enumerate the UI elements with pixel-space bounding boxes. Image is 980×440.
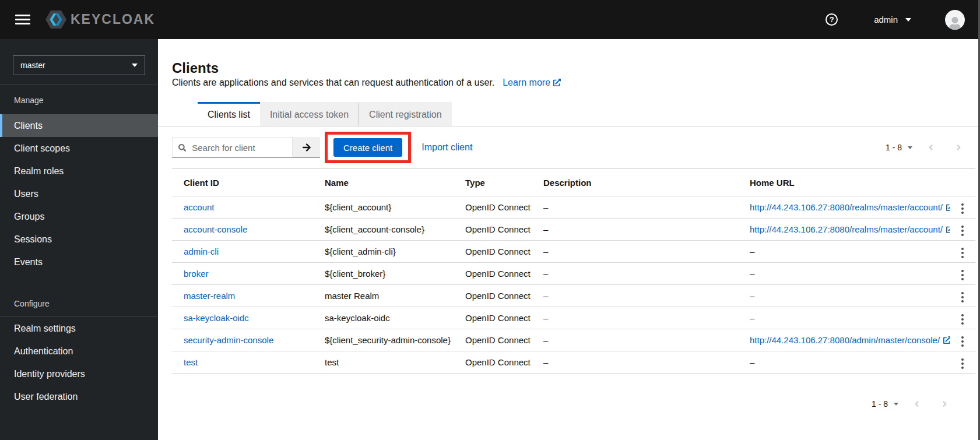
home-url-empty: – — [750, 357, 754, 367]
kebab-menu-button[interactable] — [958, 288, 967, 306]
sidebar-item-sessions[interactable]: Sessions — [0, 228, 158, 251]
home-url-link[interactable]: http://44.243.106.27:8080/realms/master/… — [750, 224, 950, 234]
kebab-menu-button[interactable] — [958, 222, 967, 240]
client-id-link[interactable]: account — [184, 202, 215, 212]
chevron-down-icon — [905, 18, 911, 22]
tabs: Clients list Initial access token Client… — [158, 102, 980, 126]
pagination-range-dropdown[interactable]: 1 - 8 — [872, 399, 898, 409]
kebab-menu-button[interactable] — [958, 311, 967, 328]
client-type-cell: OpenID Connect — [454, 219, 532, 241]
client-type-cell: OpenID Connect — [454, 351, 532, 374]
masthead: KEYCLOAK ? admin — [0, 0, 980, 39]
create-client-button[interactable]: Create client — [333, 138, 402, 157]
sidebar-item-realm-settings[interactable]: Realm settings — [0, 317, 158, 340]
import-client-link[interactable]: Import client — [421, 142, 472, 153]
nav-group-manage: Manage Clients Client scopes Realm roles… — [0, 85, 158, 273]
search-submit-button[interactable] — [293, 137, 320, 158]
annotation-highlight-box: Create client — [325, 132, 411, 163]
pagination-prev-button[interactable] — [907, 399, 926, 409]
column-header-client-id: Client ID — [172, 169, 313, 196]
client-id-link[interactable]: broker — [184, 269, 209, 279]
home-url-empty: – — [750, 291, 754, 301]
kebab-menu-button[interactable] — [958, 200, 967, 217]
client-name-cell: test — [313, 351, 454, 374]
kebab-menu-button[interactable] — [958, 244, 967, 262]
table-row: master-realm master Realm OpenID Connect… — [172, 285, 975, 307]
client-id-link[interactable]: test — [184, 357, 198, 367]
table-row: security-admin-console ${client_security… — [172, 329, 975, 351]
sidebar-item-user-federation[interactable]: User federation — [0, 385, 158, 408]
sidebar-item-clients[interactable]: Clients — [0, 114, 158, 137]
learn-more-link[interactable]: Learn more — [503, 76, 561, 89]
client-name-cell: master Realm — [313, 285, 454, 307]
external-link-icon — [946, 203, 950, 211]
pagination-next-button[interactable] — [949, 143, 968, 152]
tab-clients-list[interactable]: Clients list — [198, 102, 260, 126]
person-icon — [949, 17, 961, 30]
chevron-down-icon — [132, 64, 138, 67]
client-name-cell: ${client_account-console} — [313, 219, 454, 241]
client-type-cell: OpenID Connect — [454, 263, 532, 285]
avatar[interactable] — [945, 10, 965, 30]
user-menu[interactable]: admin — [874, 15, 911, 24]
column-header-type: Type — [454, 169, 532, 196]
tab-client-registration[interactable]: Client registration — [359, 102, 452, 126]
client-name-cell: ${client_broker} — [313, 263, 454, 285]
tab-initial-access-token[interactable]: Initial access token — [260, 102, 359, 126]
kebab-menu-button[interactable] — [958, 355, 967, 372]
external-link-icon — [946, 226, 950, 233]
client-id-link[interactable]: sa-keycloak-oidc — [184, 313, 249, 323]
client-name-cell: ${client_account} — [313, 196, 454, 219]
sidebar-item-client-scopes[interactable]: Client scopes — [0, 137, 158, 160]
client-description-cell: – — [532, 307, 738, 329]
chevron-left-icon — [928, 143, 933, 152]
hamburger-menu-icon[interactable] — [15, 15, 30, 24]
pagination-top: 1 - 8 — [886, 143, 975, 152]
client-type-cell: OpenID Connect — [454, 196, 532, 219]
keycloak-logo: KEYCLOAK — [45, 10, 155, 29]
client-id-link[interactable]: account-console — [184, 224, 247, 234]
sidebar-item-identity-providers[interactable]: Identity providers — [0, 362, 158, 385]
home-url-link[interactable]: http://44.243.106.27:8080/admin/master/c… — [750, 335, 950, 345]
home-url-link[interactable]: http://44.243.106.27:8080/realms/master/… — [750, 202, 950, 212]
sidebar-item-authentication[interactable]: Authentication — [0, 340, 158, 362]
client-name-cell: ${client_security-admin-console} — [313, 329, 454, 351]
masthead-actions: ? admin — [826, 10, 965, 30]
client-id-link[interactable]: admin-cli — [184, 247, 219, 256]
client-description-cell: – — [532, 329, 738, 351]
kebab-menu-button[interactable] — [958, 333, 967, 350]
external-link-icon — [553, 79, 561, 86]
arrow-right-icon — [302, 143, 311, 152]
kebab-menu-button[interactable] — [958, 266, 967, 284]
pagination-next-button[interactable] — [935, 399, 954, 409]
client-id-link[interactable]: master-realm — [184, 291, 235, 301]
sidebar-item-realm-roles[interactable]: Realm roles — [0, 160, 158, 182]
client-name-cell: ${client_admin-cli} — [313, 241, 454, 263]
home-url-empty: – — [750, 269, 754, 279]
table-row: sa-keycloak-oidc sa-keycloak-oidc OpenID… — [172, 307, 975, 329]
table-header-row: Client ID Name Type Description Home URL — [172, 169, 975, 196]
pagination-range-dropdown[interactable]: 1 - 8 — [886, 143, 912, 152]
table-row: admin-cli ${client_admin-cli} OpenID Con… — [172, 241, 975, 263]
realm-selector-value: master — [20, 61, 45, 70]
keycloak-hexagon-icon — [45, 10, 66, 29]
pagination-range: 1 - 8 — [886, 143, 902, 152]
sidebar: master Manage Clients Client scopes Real… — [0, 39, 158, 440]
client-type-cell: OpenID Connect — [454, 329, 532, 351]
sidebar-item-events[interactable]: Events — [0, 251, 158, 273]
realm-selector[interactable]: master — [13, 55, 145, 75]
page-subtitle: Clients are applications and services th… — [172, 76, 975, 89]
clients-table-body: account ${client_account} OpenID Connect… — [172, 196, 975, 374]
chevron-left-icon — [914, 399, 919, 409]
search-group — [172, 137, 320, 158]
home-url-link-text: http://44.243.106.27:8080/admin/master/c… — [750, 335, 940, 345]
client-type-cell: OpenID Connect — [454, 285, 532, 307]
sidebar-item-groups[interactable]: Groups — [0, 205, 158, 228]
sidebar-item-users[interactable]: Users — [0, 182, 158, 205]
client-id-link[interactable]: security-admin-console — [184, 335, 273, 345]
pagination-prev-button[interactable] — [921, 143, 940, 152]
table-row: account-console ${client_account-console… — [172, 219, 975, 241]
search-input[interactable] — [191, 142, 286, 153]
help-icon[interactable]: ? — [826, 13, 838, 26]
home-url-link-text: http://44.243.106.27:8080/realms/master/… — [750, 202, 943, 212]
